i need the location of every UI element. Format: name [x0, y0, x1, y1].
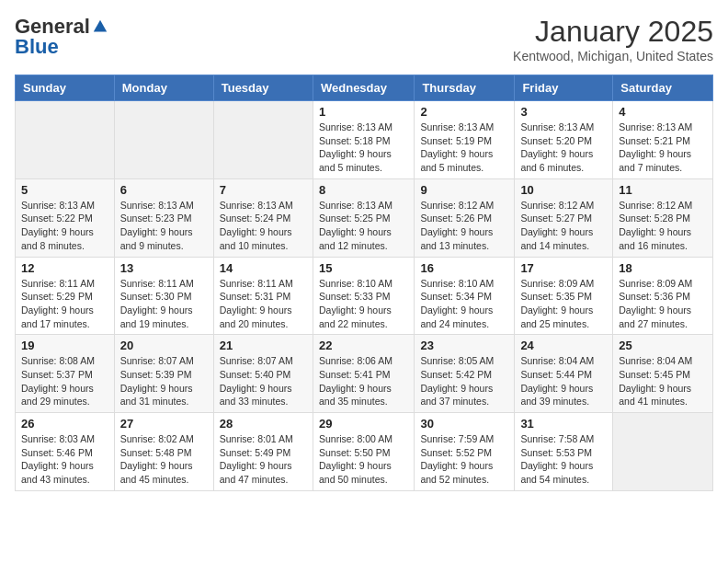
calendar-cell: 11Sunrise: 8:12 AMSunset: 5:28 PMDayligh… [613, 178, 713, 257]
day-info: Sunrise: 8:12 AMSunset: 5:26 PMDaylight:… [420, 199, 508, 253]
day-number: 19 [21, 339, 108, 352]
day-info: Sunrise: 7:58 AMSunset: 5:53 PMDaylight:… [520, 432, 607, 487]
title-block: January 2025 Kentwood, Michigan, United … [513, 15, 713, 63]
day-number: 3 [520, 105, 607, 119]
day-info: Sunrise: 8:11 AMSunset: 5:31 PMDaylight:… [220, 277, 307, 331]
calendar-cell: 2Sunrise: 8:13 AMSunset: 5:19 PMDaylight… [415, 101, 515, 179]
calendar-week-row: 19Sunrise: 8:08 AMSunset: 5:37 PMDayligh… [16, 335, 713, 413]
calendar-cell: 14Sunrise: 8:11 AMSunset: 5:31 PMDayligh… [213, 257, 313, 335]
day-info: Sunrise: 8:13 AMSunset: 5:19 PMDaylight:… [420, 121, 508, 175]
calendar-cell: 4Sunrise: 8:13 AMSunset: 5:21 PMDaylight… [613, 101, 713, 179]
day-header: Wednesday [313, 75, 414, 101]
day-info: Sunrise: 8:13 AMSunset: 5:22 PMDaylight:… [21, 199, 108, 253]
day-number: 17 [520, 261, 607, 275]
calendar-cell: 16Sunrise: 8:10 AMSunset: 5:34 PMDayligh… [415, 257, 515, 335]
day-number: 15 [319, 261, 408, 275]
day-number: 22 [319, 339, 408, 352]
logo: General Blue [15, 15, 108, 59]
day-number: 5 [21, 183, 108, 197]
day-number: 26 [21, 417, 108, 431]
day-info: Sunrise: 8:03 AMSunset: 5:46 PMDaylight:… [21, 432, 108, 487]
svg-marker-0 [94, 20, 107, 32]
day-number: 24 [520, 339, 607, 352]
day-number: 31 [520, 417, 607, 431]
calendar-cell: 18Sunrise: 8:09 AMSunset: 5:36 PMDayligh… [613, 257, 713, 335]
day-info: Sunrise: 8:04 AMSunset: 5:45 PMDaylight:… [619, 354, 707, 408]
calendar-cell: 31Sunrise: 7:58 AMSunset: 5:53 PMDayligh… [515, 413, 613, 491]
page-header: General Blue January 2025 Kentwood, Mich… [15, 15, 713, 63]
day-number: 14 [220, 261, 307, 275]
day-number: 28 [220, 417, 307, 431]
day-info: Sunrise: 8:13 AMSunset: 5:21 PMDaylight:… [619, 121, 707, 175]
calendar-cell: 9Sunrise: 8:12 AMSunset: 5:26 PMDaylight… [415, 178, 515, 257]
day-number: 27 [120, 417, 208, 431]
calendar-cell: 23Sunrise: 8:05 AMSunset: 5:42 PMDayligh… [415, 335, 515, 413]
calendar-cell: 22Sunrise: 8:06 AMSunset: 5:41 PMDayligh… [313, 335, 414, 413]
day-number: 20 [120, 339, 208, 352]
day-info: Sunrise: 8:13 AMSunset: 5:25 PMDaylight:… [319, 199, 408, 253]
day-info: Sunrise: 8:07 AMSunset: 5:40 PMDaylight:… [220, 354, 307, 408]
day-number: 10 [520, 183, 607, 197]
logo-blue-text: Blue [15, 35, 59, 59]
day-number: 8 [319, 183, 408, 197]
day-number: 29 [319, 417, 408, 431]
day-header: Sunday [16, 75, 115, 101]
calendar-cell: 20Sunrise: 8:07 AMSunset: 5:39 PMDayligh… [114, 335, 213, 413]
calendar-cell [213, 101, 313, 179]
day-number: 30 [420, 417, 508, 431]
calendar-cell [114, 101, 213, 179]
day-number: 18 [619, 261, 707, 275]
day-info: Sunrise: 8:12 AMSunset: 5:27 PMDaylight:… [520, 199, 607, 253]
day-info: Sunrise: 8:10 AMSunset: 5:33 PMDaylight:… [319, 277, 408, 331]
day-info: Sunrise: 8:12 AMSunset: 5:28 PMDaylight:… [619, 199, 707, 253]
calendar-week-row: 5Sunrise: 8:13 AMSunset: 5:22 PMDaylight… [16, 178, 713, 257]
calendar-cell: 3Sunrise: 8:13 AMSunset: 5:20 PMDaylight… [515, 101, 613, 179]
calendar-table: SundayMondayTuesdayWednesdayThursdayFrid… [15, 75, 713, 491]
calendar-title: January 2025 [513, 15, 713, 49]
day-info: Sunrise: 7:59 AMSunset: 5:52 PMDaylight:… [420, 432, 508, 487]
day-info: Sunrise: 8:09 AMSunset: 5:36 PMDaylight:… [619, 277, 707, 331]
day-info: Sunrise: 8:10 AMSunset: 5:34 PMDaylight:… [420, 277, 508, 331]
calendar-cell: 24Sunrise: 8:04 AMSunset: 5:44 PMDayligh… [515, 335, 613, 413]
calendar-cell: 21Sunrise: 8:07 AMSunset: 5:40 PMDayligh… [213, 335, 313, 413]
calendar-week-row: 1Sunrise: 8:13 AMSunset: 5:18 PMDaylight… [16, 101, 713, 179]
calendar-cell: 10Sunrise: 8:12 AMSunset: 5:27 PMDayligh… [515, 178, 613, 257]
day-info: Sunrise: 8:01 AMSunset: 5:49 PMDaylight:… [220, 432, 307, 487]
day-number: 1 [319, 105, 408, 119]
day-number: 13 [120, 261, 208, 275]
calendar-cell: 5Sunrise: 8:13 AMSunset: 5:22 PMDaylight… [16, 178, 115, 257]
day-info: Sunrise: 8:07 AMSunset: 5:39 PMDaylight:… [120, 354, 208, 408]
calendar-cell: 1Sunrise: 8:13 AMSunset: 5:18 PMDaylight… [313, 101, 414, 179]
calendar-cell: 25Sunrise: 8:04 AMSunset: 5:45 PMDayligh… [613, 335, 713, 413]
calendar-cell [16, 101, 115, 179]
calendar-cell: 28Sunrise: 8:01 AMSunset: 5:49 PMDayligh… [213, 413, 313, 491]
day-info: Sunrise: 8:13 AMSunset: 5:24 PMDaylight:… [220, 199, 307, 253]
day-header: Tuesday [213, 75, 313, 101]
day-header: Saturday [613, 75, 713, 101]
day-header: Monday [114, 75, 213, 101]
day-number: 21 [220, 339, 307, 352]
day-info: Sunrise: 8:09 AMSunset: 5:35 PMDaylight:… [520, 277, 607, 331]
day-number: 25 [619, 339, 707, 352]
calendar-week-row: 12Sunrise: 8:11 AMSunset: 5:29 PMDayligh… [16, 257, 713, 335]
logo-icon [92, 18, 108, 35]
day-info: Sunrise: 8:11 AMSunset: 5:30 PMDaylight:… [120, 277, 208, 331]
day-number: 12 [21, 261, 108, 275]
day-header: Friday [515, 75, 613, 101]
calendar-cell: 8Sunrise: 8:13 AMSunset: 5:25 PMDaylight… [313, 178, 414, 257]
day-number: 23 [420, 339, 508, 352]
calendar-cell: 13Sunrise: 8:11 AMSunset: 5:30 PMDayligh… [114, 257, 213, 335]
calendar-subtitle: Kentwood, Michigan, United States [513, 49, 713, 63]
day-info: Sunrise: 8:13 AMSunset: 5:23 PMDaylight:… [120, 199, 208, 253]
day-number: 2 [420, 105, 508, 119]
calendar-cell: 30Sunrise: 7:59 AMSunset: 5:52 PMDayligh… [415, 413, 515, 491]
day-number: 4 [619, 105, 707, 119]
day-info: Sunrise: 8:04 AMSunset: 5:44 PMDaylight:… [520, 354, 607, 408]
calendar-cell [613, 413, 713, 491]
day-header: Thursday [415, 75, 515, 101]
calendar-cell: 26Sunrise: 8:03 AMSunset: 5:46 PMDayligh… [16, 413, 115, 491]
day-number: 6 [120, 183, 208, 197]
day-info: Sunrise: 8:05 AMSunset: 5:42 PMDaylight:… [420, 354, 508, 408]
day-number: 16 [420, 261, 508, 275]
calendar-week-row: 26Sunrise: 8:03 AMSunset: 5:46 PMDayligh… [16, 413, 713, 491]
